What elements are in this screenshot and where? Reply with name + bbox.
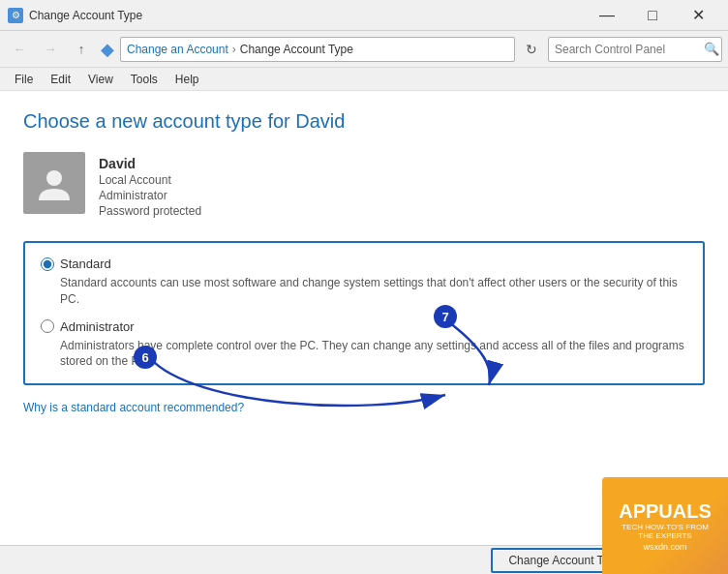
close-button[interactable]: ✕	[676, 1, 720, 30]
administrator-radio[interactable]	[41, 319, 54, 333]
avatar	[23, 152, 85, 214]
account-type-options: Standard Standard accounts can use most …	[23, 241, 705, 385]
minimize-button[interactable]: —	[585, 1, 629, 30]
user-name: David	[99, 156, 201, 171]
user-avatar-icon	[37, 166, 72, 200]
search-input[interactable]	[555, 43, 700, 56]
refresh-button[interactable]: ↻	[519, 37, 544, 62]
search-icon[interactable]: 🔍	[704, 42, 719, 56]
menu-bar: File Edit View Tools Help	[0, 68, 728, 91]
search-box: 🔍	[548, 37, 722, 62]
annotation-circle-6: 6	[134, 346, 157, 369]
appuals-domain: wsxdn.com	[619, 542, 712, 552]
user-role: Administrator	[99, 189, 201, 202]
address-bar: Change an Account › Change Account Type	[120, 37, 515, 62]
why-standard-link[interactable]: Why is a standard account recommended?	[23, 401, 244, 414]
title-bar: ⚙ Change Account Type — □ ✕	[0, 0, 728, 31]
address-icon: ◆	[101, 39, 114, 60]
menu-edit[interactable]: Edit	[42, 68, 79, 91]
appuals-text: APPUALS	[619, 500, 712, 523]
standard-label-text: Standard	[60, 257, 111, 271]
back-button[interactable]: ←	[6, 36, 33, 63]
forward-button[interactable]: →	[37, 36, 64, 63]
administrator-label-text: Administrator	[60, 319, 135, 334]
user-details: David Local Account Administrator Passwo…	[99, 152, 201, 218]
user-password-status: Password protected	[99, 204, 201, 218]
appuals-tagline: TECH HOW-TO'S FROMTHE EXPERTS	[619, 523, 712, 540]
standard-option: Standard Standard accounts can use most …	[41, 257, 687, 308]
standard-description: Standard accounts can use most software …	[60, 275, 687, 308]
maximize-button[interactable]: □	[630, 1, 675, 30]
user-account-type: Local Account	[99, 173, 201, 187]
appuals-watermark: APPUALS TECH HOW-TO'S FROMTHE EXPERTS ws…	[602, 477, 728, 574]
annotation-circle-7: 7	[434, 305, 457, 328]
window-icon: ⚙	[8, 8, 23, 23]
menu-help[interactable]: Help	[167, 68, 208, 91]
svg-point-0	[46, 170, 62, 186]
address-segment-1[interactable]: Change an Account	[127, 43, 228, 56]
address-segment-2: Change Account Type	[240, 43, 353, 56]
page-title: Choose a new account type for David	[23, 110, 705, 133]
menu-tools[interactable]: Tools	[122, 68, 167, 91]
title-bar-left: ⚙ Change Account Type	[8, 8, 142, 23]
standard-radio[interactable]	[41, 257, 54, 271]
appuals-logo: APPUALS TECH HOW-TO'S FROMTHE EXPERTS ws…	[619, 500, 712, 552]
standard-label[interactable]: Standard	[41, 257, 687, 271]
user-info: David Local Account Administrator Passwo…	[23, 152, 705, 218]
up-button[interactable]: ↑	[68, 36, 95, 63]
window-title: Change Account Type	[29, 9, 142, 22]
title-bar-controls: — □ ✕	[585, 1, 720, 30]
nav-bar: ← → ↑ ◆ Change an Account › Change Accou…	[0, 31, 728, 68]
menu-view[interactable]: View	[79, 68, 122, 91]
menu-file[interactable]: File	[6, 68, 42, 91]
address-separator: ›	[232, 43, 236, 56]
administrator-label[interactable]: Administrator	[41, 319, 687, 334]
